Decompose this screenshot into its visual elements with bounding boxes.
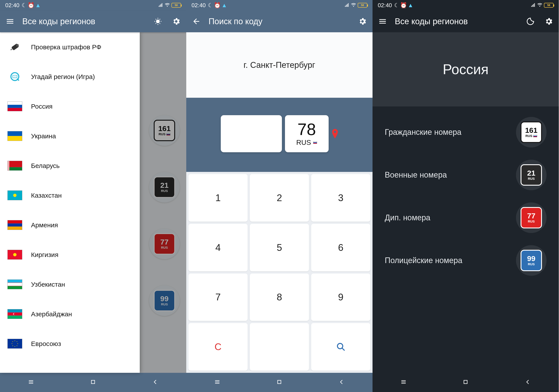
drawer-item-belarus[interactable]: Беларусь bbox=[0, 151, 140, 181]
svg-rect-33 bbox=[8, 339, 22, 348]
camera-icon bbox=[7, 42, 22, 52]
settings-icon[interactable] bbox=[356, 15, 369, 27]
drawer-item-ukraine[interactable]: Украина bbox=[0, 121, 140, 151]
flag-armenia-icon bbox=[7, 220, 22, 230]
signal-icon bbox=[531, 3, 536, 8]
drawer-item-label: Евросоюз bbox=[31, 340, 61, 347]
key-4[interactable]: 4 bbox=[188, 224, 248, 271]
plate-badge-police: 99RUS bbox=[516, 245, 547, 276]
result-city-name: г. Санкт-Петербург bbox=[243, 60, 315, 70]
night-mode-icon[interactable] bbox=[524, 15, 537, 27]
svg-rect-25 bbox=[8, 283, 22, 286]
rus-label: RUS bbox=[296, 139, 311, 147]
key-5[interactable]: 5 bbox=[250, 224, 309, 271]
row-police[interactable]: Полицейские номера 99RUS bbox=[373, 239, 559, 282]
brightness-icon[interactable] bbox=[152, 15, 164, 27]
settings-icon[interactable] bbox=[170, 15, 182, 27]
moon-icon: ☾ bbox=[22, 3, 27, 8]
recents-button[interactable] bbox=[400, 379, 407, 386]
drawer-item-label: Казахстан bbox=[31, 192, 62, 199]
navigation-drawer: Проверка штрафов РФ ??? Угадай регион (И… bbox=[0, 32, 140, 373]
game-icon: ??? bbox=[7, 72, 22, 81]
alarm-icon: ⏰ bbox=[215, 3, 220, 8]
key-3[interactable]: 3 bbox=[311, 174, 370, 222]
back-button[interactable] bbox=[152, 379, 158, 386]
recents-button[interactable] bbox=[214, 379, 221, 386]
keypad: 1 2 3 4 5 6 7 8 9 C bbox=[186, 172, 373, 373]
wifi-icon bbox=[351, 3, 356, 8]
plate-badge-military: 21RUS bbox=[516, 160, 547, 190]
wifi-icon bbox=[165, 3, 170, 8]
plate-type-list: Гражданские номера 161RUS Военные номера… bbox=[373, 107, 559, 373]
row-civil[interactable]: Гражданские номера 161RUS bbox=[373, 111, 559, 154]
drawer-item-kazakhstan[interactable]: Казахстан bbox=[0, 181, 140, 210]
svg-point-22 bbox=[13, 253, 16, 256]
drawer-item-label: Армения bbox=[31, 222, 58, 229]
drawer-item-uzbekistan[interactable]: Узбекистан bbox=[0, 270, 140, 299]
drawer-item-azerbaijan[interactable]: Азербайджан bbox=[0, 299, 140, 329]
key-2[interactable]: 2 bbox=[250, 174, 309, 222]
flag-eu-icon bbox=[7, 339, 22, 348]
plate-code-cell[interactable]: 78 RUS bbox=[285, 115, 329, 152]
flag-uzbekistan-icon bbox=[7, 279, 22, 289]
back-icon[interactable] bbox=[190, 15, 202, 27]
home-button[interactable] bbox=[90, 379, 96, 386]
row-diplomatic[interactable]: Дип. номера 77RUS bbox=[373, 196, 559, 239]
battery-icon: 58 bbox=[171, 3, 181, 8]
search-result: г. Санкт-Петербург bbox=[186, 32, 373, 98]
settings-icon[interactable] bbox=[543, 15, 555, 27]
drawer-item-kyrgyzstan[interactable]: Киргизия bbox=[0, 240, 140, 270]
key-9[interactable]: 9 bbox=[311, 274, 370, 321]
menu-icon[interactable] bbox=[376, 15, 389, 27]
moon-icon: ☾ bbox=[394, 3, 399, 8]
svg-rect-18 bbox=[8, 220, 22, 223]
key-search[interactable] bbox=[311, 323, 370, 371]
row-military[interactable]: Военные номера 21RUS bbox=[373, 154, 559, 196]
screen-dark-list: 02:40 ☾ ⏰ ▲ 58 Все коды регионов Россия … bbox=[373, 0, 559, 392]
battery-icon: 58 bbox=[358, 3, 367, 8]
svg-point-17 bbox=[13, 194, 16, 197]
drawer-item-armenia[interactable]: Армения bbox=[0, 210, 140, 240]
svg-rect-46 bbox=[464, 380, 467, 384]
signal-icon bbox=[345, 3, 349, 8]
menu-icon[interactable] bbox=[4, 15, 16, 27]
recents-button[interactable] bbox=[28, 379, 34, 386]
drawer-item-game[interactable]: ??? Угадай регион (Игра) bbox=[0, 62, 140, 92]
row-label: Полицейские номера bbox=[385, 255, 462, 266]
drawer-item-label: Угадай регион (Игра) bbox=[31, 73, 95, 80]
status-bar: 02:40 ☾ ⏰ ▲ 58 bbox=[373, 0, 559, 10]
plate-input-area: 78 RUS bbox=[186, 98, 373, 172]
back-button[interactable] bbox=[338, 379, 345, 386]
svg-point-34 bbox=[14, 340, 15, 341]
drawer-item-eu[interactable]: Евросоюз bbox=[0, 329, 140, 359]
status-time: 02:40 bbox=[5, 2, 19, 9]
app-bar: Все коды регионов bbox=[0, 10, 186, 32]
screen2-body: г. Санкт-Петербург 78 RUS 1 2 3 4 5 6 7 … bbox=[186, 32, 373, 373]
app-bar: Все коды регионов bbox=[373, 10, 559, 32]
home-button[interactable] bbox=[462, 379, 469, 386]
drawer-item-label: Беларусь bbox=[31, 162, 60, 169]
svg-point-40 bbox=[12, 345, 13, 346]
key-1[interactable]: 1 bbox=[188, 174, 248, 222]
key-6[interactable]: 6 bbox=[311, 224, 370, 271]
map-pin-icon[interactable] bbox=[332, 129, 338, 139]
svg-rect-20 bbox=[8, 227, 22, 230]
drawer-item-russia[interactable]: Россия bbox=[0, 92, 140, 121]
row-label: Гражданские номера bbox=[385, 127, 461, 137]
home-button[interactable] bbox=[276, 379, 283, 386]
key-7[interactable]: 7 bbox=[188, 274, 248, 321]
key-8[interactable]: 8 bbox=[250, 274, 309, 321]
key-empty bbox=[250, 323, 309, 371]
battery-icon: 58 bbox=[544, 3, 554, 8]
screen1-body: 161RUS 21RUS 77RUS 99RUS Проверка штрафо… bbox=[0, 32, 186, 373]
wifi-icon bbox=[537, 3, 542, 8]
svg-point-38 bbox=[12, 341, 13, 342]
key-clear[interactable]: C bbox=[188, 323, 248, 371]
svg-rect-27 bbox=[8, 286, 22, 289]
plate-left-cell[interactable] bbox=[221, 115, 282, 152]
flag-russia-icon bbox=[7, 101, 22, 111]
screen3-body: Россия Гражданские номера 161RUS Военные… bbox=[373, 32, 559, 373]
drawer-item-fines[interactable]: Проверка штрафов РФ bbox=[0, 32, 140, 62]
back-button[interactable] bbox=[524, 379, 531, 386]
alarm-icon: ⏰ bbox=[28, 3, 33, 8]
